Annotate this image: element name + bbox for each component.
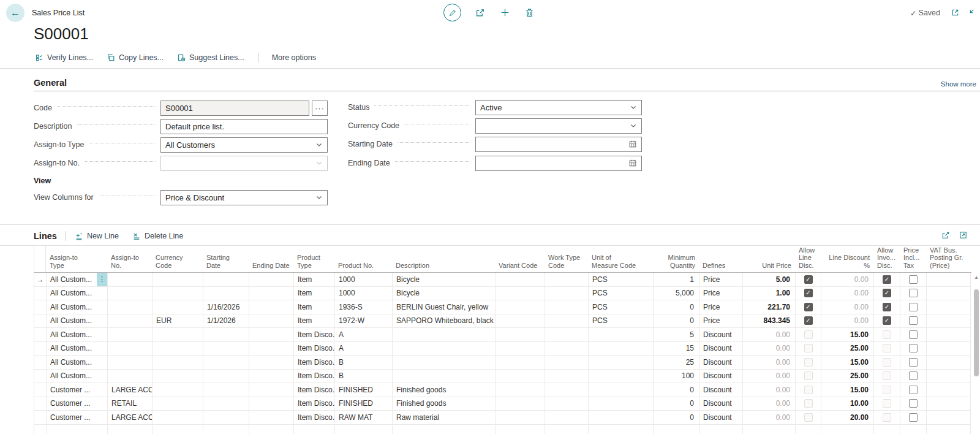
cell-work_type_code[interactable] [545, 342, 589, 356]
chevron-down-icon[interactable] [315, 194, 323, 201]
cell-ending_date[interactable] [249, 300, 294, 314]
cell-unit_of_measure_code[interactable] [589, 342, 654, 356]
column-header-assign_to_type[interactable]: Assign-to Type [46, 246, 107, 272]
cell-unit_of_measure_code[interactable] [589, 383, 654, 397]
cell-assign_to_no[interactable] [108, 342, 153, 356]
cell-vat_bus_posting_gr[interactable] [927, 397, 971, 411]
cell-product_type[interactable]: Item Disco... [294, 383, 335, 397]
cell-line_discount_pct[interactable]: 10.00 [821, 397, 874, 411]
cell-unit_of_measure_code[interactable] [589, 397, 654, 411]
new-document-button[interactable] [500, 7, 510, 18]
status-select[interactable]: Active [475, 100, 642, 115]
table-row[interactable]: All Custom...1/16/2026Item1936-SBERLIN G… [34, 300, 971, 314]
cell-assign_to_no[interactable] [108, 425, 153, 434]
column-header-work_type_code[interactable]: Work Type Code [545, 246, 588, 272]
cell-minimum_quantity[interactable]: 1 [654, 273, 699, 287]
cell-work_type_code[interactable] [545, 314, 589, 329]
cell-unit_of_measure_code[interactable] [589, 425, 654, 434]
cell-unit_of_measure_code[interactable] [589, 356, 654, 370]
cell-minimum_quantity[interactable]: 0 [654, 314, 699, 329]
cell-description[interactable]: Bicycle [393, 273, 496, 287]
price_includes_tax-checkbox[interactable] [909, 330, 918, 339]
column-header-unit_of_measure_code[interactable]: Unit of Measure Code [588, 246, 653, 272]
cell-variant_code[interactable] [496, 411, 545, 425]
cell-currency_code[interactable] [153, 370, 203, 384]
allow_line_disc-checkbox[interactable]: ✓ [804, 275, 813, 284]
cell-work_type_code[interactable] [545, 383, 589, 397]
cell-line_discount_pct[interactable]: 15.00 [821, 383, 874, 397]
cell-allow_invoice_disc[interactable] [874, 328, 900, 342]
cell-defines[interactable]: Price [699, 314, 743, 329]
cell-unit_price[interactable]: 5.00 [743, 273, 796, 287]
cell-unit_price[interactable]: 0.00 [743, 356, 796, 370]
price_includes_tax-checkbox[interactable] [909, 289, 918, 297]
cell-work_type_code[interactable] [545, 287, 589, 301]
price_includes_tax-checkbox[interactable] [909, 275, 918, 284]
cell-assign_to_no[interactable] [108, 287, 153, 301]
table-row[interactable]: All Custom...Item Disco...A15Discount0.0… [34, 342, 971, 356]
assign-to-type-select[interactable]: All Customers [160, 137, 328, 153]
cell-description[interactable]: SAPPORO Whiteboard, black [393, 314, 496, 329]
cell-work_type_code[interactable] [545, 370, 589, 384]
cell-defines[interactable]: Discount [699, 356, 743, 370]
cell-currency_code[interactable]: EUR [153, 314, 203, 329]
table-row[interactable]: All Custom...Item Disco...B100Discount0.… [34, 370, 971, 384]
cell-price_includes_tax[interactable] [900, 328, 927, 342]
suggest-lines-button[interactable]: Suggest Lines... [177, 53, 244, 62]
cell-ending_date[interactable] [249, 425, 294, 434]
cell-allow_invoice_disc[interactable] [874, 356, 900, 370]
cell-unit_price[interactable]: 0.00 [743, 328, 796, 342]
new-line-button[interactable]: New Line [75, 232, 119, 240]
cell-product_type[interactable]: Item Disco... [294, 370, 335, 384]
cell-defines[interactable]: Discount [699, 342, 743, 356]
cell-allow_invoice_disc[interactable] [874, 342, 900, 356]
active-cell-menu[interactable]: ⋮ [97, 273, 107, 286]
cell-defines[interactable]: Discount [699, 383, 743, 397]
cell-variant_code[interactable] [496, 342, 545, 356]
cell-starting_date[interactable]: 1/16/2026 [203, 300, 249, 314]
table-row[interactable]: All Custom...EUR1/1/2026Item1972-WSAPPOR… [34, 314, 971, 329]
cell-line_discount_pct[interactable]: 20.00 [821, 411, 874, 425]
lines-section-heading[interactable]: Lines [34, 231, 57, 241]
cell-price_includes_tax[interactable] [900, 397, 927, 411]
cell-allow_invoice_disc[interactable]: ✓ [874, 300, 900, 314]
cell-description[interactable] [393, 370, 496, 384]
cell-assign_to_type[interactable]: All Custom... [47, 328, 108, 342]
cell-ending_date[interactable] [249, 342, 294, 356]
cell-minimum_quantity[interactable] [654, 425, 699, 434]
calendar-icon[interactable] [628, 159, 637, 167]
chevron-down-icon[interactable] [315, 141, 323, 148]
cell-assign_to_type[interactable]: All Custom...⋮ [47, 273, 108, 287]
description-input[interactable]: Default price list. [160, 119, 328, 134]
cell-allow_line_disc[interactable] [796, 411, 821, 425]
price_includes_tax-checkbox[interactable] [909, 413, 918, 422]
cell-assign_to_type[interactable]: All Custom... [47, 342, 108, 356]
cell-product_type[interactable]: Item Disco... [294, 342, 335, 356]
cell-currency_code[interactable] [153, 383, 203, 397]
cell-price_includes_tax[interactable] [900, 273, 927, 287]
cell-description[interactable]: Raw material [393, 411, 496, 425]
cell-minimum_quantity[interactable]: 0 [654, 300, 699, 314]
cell-allow_invoice_disc[interactable] [874, 411, 900, 425]
column-header-allow_invoice_disc[interactable]: Allow Invo... Disc. [873, 246, 900, 272]
cell-currency_code[interactable] [153, 287, 203, 301]
cell-starting_date[interactable] [203, 287, 249, 301]
breadcrumb[interactable]: Sales Price List [32, 9, 85, 17]
cell-vat_bus_posting_gr[interactable] [927, 314, 971, 329]
column-header-currency_code[interactable]: Currency Code [152, 246, 203, 272]
cell-starting_date[interactable] [203, 328, 249, 342]
chevron-down-icon[interactable] [630, 104, 637, 111]
cell-minimum_quantity[interactable]: 0 [654, 397, 699, 411]
chevron-down-icon[interactable] [630, 122, 637, 129]
share-button[interactable] [475, 7, 486, 18]
cell-unit_price[interactable]: 221.70 [743, 300, 796, 314]
cell-defines[interactable]: Discount [699, 370, 743, 384]
cell-currency_code[interactable] [153, 300, 203, 314]
cell-currency_code[interactable] [153, 425, 203, 434]
back-button[interactable]: ← [6, 4, 24, 22]
cell-allow_line_disc[interactable] [796, 383, 821, 397]
table-row[interactable]: All Custom...Item1000BicyclePCS5,000Pric… [34, 287, 971, 301]
cell-product_no[interactable]: A [335, 342, 393, 356]
cell-allow_line_disc[interactable]: ✓ [796, 287, 821, 301]
cell-allow_line_disc[interactable]: ✓ [796, 273, 821, 287]
